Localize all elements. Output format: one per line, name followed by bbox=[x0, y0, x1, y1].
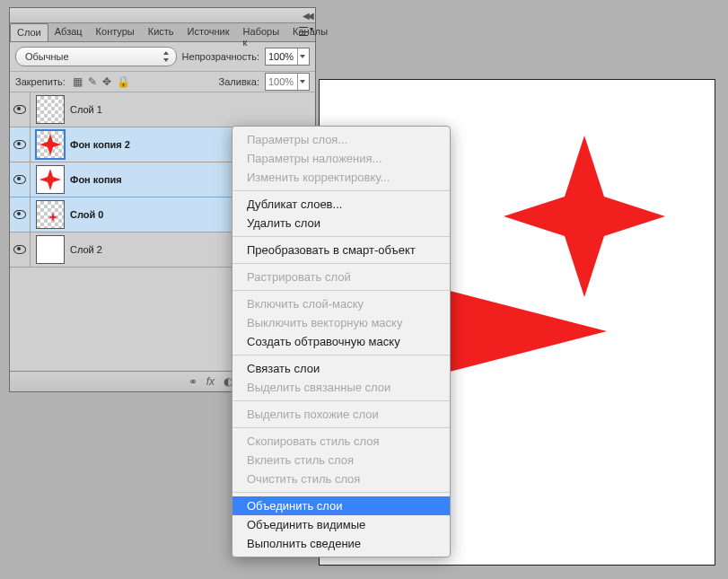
tab-paths[interactable]: Контуры bbox=[90, 23, 142, 41]
blend-mode-value: Обычные bbox=[25, 51, 69, 62]
lock-pixels-icon[interactable]: ✎ bbox=[88, 75, 97, 88]
svg-marker-5 bbox=[48, 213, 57, 222]
context-menu-item[interactable]: Связать слои bbox=[232, 359, 450, 378]
context-menu-item: Изменить корректировку... bbox=[232, 168, 450, 187]
layer-thumbnail[interactable] bbox=[36, 235, 65, 264]
layer-name[interactable]: Фон копия bbox=[70, 174, 122, 185]
layer-thumbnail[interactable] bbox=[36, 130, 65, 159]
context-menu-item: Параметры наложения... bbox=[232, 149, 450, 168]
eye-icon bbox=[13, 210, 26, 219]
layer-thumbnail[interactable] bbox=[36, 200, 65, 229]
blend-mode-select[interactable]: Обычные bbox=[15, 47, 177, 66]
context-menu-item: Растрировать слой bbox=[232, 268, 450, 286]
chevron-down-icon[interactable] bbox=[297, 74, 306, 90]
eye-icon bbox=[13, 245, 26, 254]
tab-layers[interactable]: Слои bbox=[10, 23, 48, 41]
lock-label: Закрепить: bbox=[15, 76, 66, 87]
svg-marker-2 bbox=[39, 134, 61, 155]
layer-name[interactable]: Слой 2 bbox=[70, 244, 102, 255]
eye-icon bbox=[13, 175, 26, 184]
layer-name[interactable]: Фон копия 2 bbox=[70, 139, 130, 150]
layer-thumbnail[interactable] bbox=[36, 95, 65, 124]
context-menu-item[interactable]: Преобразовать в смарт-объект bbox=[232, 241, 450, 259]
opacity-input[interactable]: 100% bbox=[265, 48, 310, 66]
eye-icon bbox=[13, 105, 26, 114]
context-menu-item: Вклеить стиль слоя bbox=[232, 451, 450, 469]
layer-name[interactable]: Слой 1 bbox=[70, 104, 102, 115]
lock-position-icon[interactable]: ✥ bbox=[102, 75, 111, 88]
context-menu-item: Включить слой-маску bbox=[232, 294, 450, 313]
context-menu-item: Выделить связанные слои bbox=[232, 378, 450, 397]
tab-brush[interactable]: Кисть bbox=[142, 23, 181, 41]
context-menu-item[interactable]: Объединить видимые bbox=[232, 515, 450, 534]
fill-label: Заливка: bbox=[219, 76, 259, 87]
link-layers-icon[interactable]: ⚭ bbox=[189, 375, 197, 388]
chevron-down-icon[interactable] bbox=[297, 48, 306, 65]
panel-tabs: Слои Абзац Контуры Кисть Источник Наборы… bbox=[10, 23, 315, 42]
tab-presets[interactable]: Наборы к bbox=[237, 23, 287, 41]
lock-transparency-icon[interactable]: ▦ bbox=[73, 75, 83, 88]
tab-source[interactable]: Источник bbox=[181, 23, 237, 41]
layer-name[interactable]: Слой 0 bbox=[70, 209, 103, 220]
panel-titlebar[interactable]: ◀◀ bbox=[10, 8, 315, 23]
layer-context-menu: Параметры слоя...Параметры наложения...И… bbox=[232, 126, 451, 557]
fill-value: 100% bbox=[268, 76, 294, 87]
context-menu-item[interactable]: Удалить слои bbox=[232, 214, 450, 232]
svg-marker-1 bbox=[504, 136, 665, 297]
visibility-toggle[interactable] bbox=[10, 232, 31, 267]
visibility-toggle[interactable] bbox=[10, 197, 31, 232]
opacity-value: 100% bbox=[268, 51, 294, 62]
fill-input[interactable]: 100% bbox=[265, 73, 310, 91]
lock-all-icon[interactable]: 🔒 bbox=[117, 75, 130, 88]
context-menu-item[interactable]: Объединить слои bbox=[232, 496, 450, 515]
visibility-toggle[interactable] bbox=[10, 127, 31, 162]
lock-fill-row: Закрепить: ▦ ✎ ✥ 🔒 Заливка: 100% bbox=[10, 72, 315, 92]
tab-paragraph[interactable]: Абзац bbox=[48, 23, 90, 41]
context-menu-item[interactable]: Дубликат слоев... bbox=[232, 195, 450, 214]
layer-row[interactable]: Слой 1 bbox=[10, 92, 315, 127]
layer-style-icon[interactable]: fx bbox=[206, 375, 215, 388]
opacity-label: Непрозрачность: bbox=[182, 51, 259, 62]
context-menu-item: Выключить векторную маску bbox=[232, 313, 450, 332]
visibility-toggle[interactable] bbox=[10, 162, 31, 197]
context-menu-item: Очистить стиль слоя bbox=[232, 469, 450, 488]
eye-icon bbox=[13, 140, 26, 149]
context-menu-item: Скопировать стиль слоя bbox=[232, 432, 450, 451]
visibility-toggle[interactable] bbox=[10, 92, 31, 127]
context-menu-item: Выделить похожие слои bbox=[232, 405, 450, 424]
layer-thumbnail[interactable] bbox=[36, 165, 65, 194]
blend-opacity-row: Обычные Непрозрачность: 100% bbox=[10, 42, 315, 72]
context-menu-item: Параметры слоя... bbox=[232, 130, 450, 149]
context-menu-item[interactable]: Создать обтравочную маску bbox=[232, 332, 450, 351]
context-menu-item[interactable]: Выполнить сведение bbox=[232, 534, 450, 553]
panel-menu-button[interactable] bbox=[297, 25, 311, 38]
collapse-arrows-icon: ◀◀ bbox=[303, 11, 311, 21]
lock-icons: ▦ ✎ ✥ 🔒 bbox=[73, 75, 130, 88]
